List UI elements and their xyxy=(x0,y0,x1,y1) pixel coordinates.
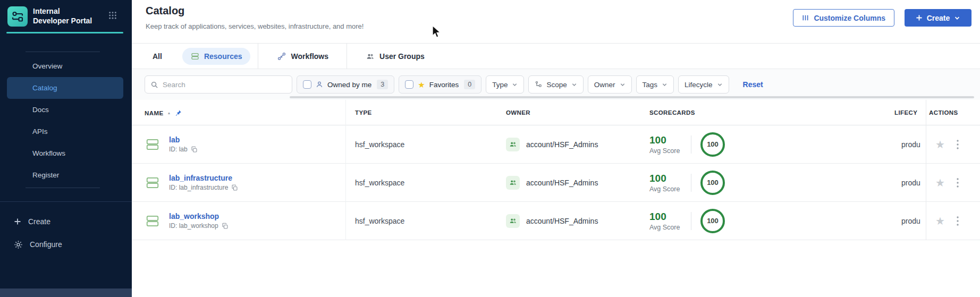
person-icon xyxy=(316,81,323,88)
lifecycle-value: produ xyxy=(901,125,925,163)
scorecard-ring[interactable]: 100 xyxy=(700,171,725,195)
copy-icon[interactable] xyxy=(222,223,229,230)
pin-icon[interactable] xyxy=(175,109,182,116)
resource-type: hsf_workspace xyxy=(355,164,404,201)
row-menu-icon[interactable] xyxy=(957,202,959,240)
sidebar-accent-bar xyxy=(6,32,123,33)
resource-name-link[interactable]: lab xyxy=(169,135,198,144)
horizontal-scrollbar[interactable] xyxy=(290,96,974,98)
column-header-type[interactable]: TYPE xyxy=(355,109,372,116)
column-header-lifecycle[interactable]: LIFECY xyxy=(894,109,921,116)
sidebar-header: Internal Developer Portal xyxy=(0,0,132,33)
chevron-down-icon xyxy=(512,82,518,88)
tab-divider xyxy=(258,44,258,69)
resource-id: ID: lab_workshop xyxy=(169,222,218,230)
tab-workflows[interactable]: Workflows xyxy=(277,52,328,61)
tags-filter-dropdown[interactable]: Tags xyxy=(636,75,674,94)
resource-name-link[interactable]: lab_workshop xyxy=(169,212,229,220)
tab-resources[interactable]: Resources xyxy=(182,48,251,65)
sidebar-divider xyxy=(0,201,132,202)
sort-asc-icon[interactable]: ▲ xyxy=(167,111,171,115)
owner-group-icon xyxy=(506,138,520,151)
favorites-count: 0 xyxy=(464,80,475,89)
lifecycle-filter-label: Lifecycle xyxy=(685,81,713,89)
scorecard-ring-value: 100 xyxy=(707,217,719,225)
copy-icon[interactable] xyxy=(191,146,198,153)
tab-user-groups[interactable]: User Groups xyxy=(366,52,425,61)
resource-type: hsf_workspace xyxy=(355,202,404,240)
app-window: Internal Developer Portal Overview Catal… xyxy=(0,0,980,297)
sidebar-item-workflows[interactable]: Workflows xyxy=(0,142,132,164)
sidebar-item-register[interactable]: Register xyxy=(0,164,132,186)
owned-by-me-filter[interactable]: Owned by me 3 xyxy=(297,75,394,94)
column-header-name[interactable]: NAME ▲ xyxy=(145,109,182,116)
tab-all[interactable]: All xyxy=(153,52,162,61)
scope-filter-dropdown[interactable]: Scope xyxy=(528,75,583,94)
resource-type-icon xyxy=(146,176,159,192)
column-divider xyxy=(345,100,346,240)
chevron-down-icon xyxy=(662,82,668,88)
table-header-row: NAME ▲ TYPE OWNER SCORECARDS LIFECY ACTI… xyxy=(132,100,980,125)
scorecard-ring[interactable]: 100 xyxy=(700,132,725,157)
avg-score-value: 100 xyxy=(649,134,682,146)
favorites-filter[interactable]: ★ Favorites 0 xyxy=(399,75,481,94)
resource-type-icon xyxy=(146,214,159,230)
scope-filter-label: Scope xyxy=(546,81,567,89)
sidebar-nav: Overview Catalog Docs APIs Workflows Reg… xyxy=(0,55,132,186)
sidebar-item-catalog[interactable]: Catalog xyxy=(7,77,123,99)
table-row[interactable]: lab ID: lab hsf_workspace account/HSF_Ad… xyxy=(132,125,980,164)
page-header: Catalog Keep track of applications, serv… xyxy=(132,0,980,44)
owner-name: account/HSF_Admins xyxy=(526,140,598,149)
row-menu-icon[interactable] xyxy=(957,125,959,163)
workflow-icon xyxy=(277,52,286,61)
sidebar: Internal Developer Portal Overview Catal… xyxy=(0,0,132,297)
app-switcher-grid-icon[interactable] xyxy=(108,11,117,22)
sidebar-divider xyxy=(26,188,100,188)
chevron-down-icon xyxy=(571,82,577,88)
gear-icon xyxy=(14,240,23,249)
favorite-star-icon[interactable]: ★ xyxy=(935,164,945,201)
reset-filters-link[interactable]: Reset xyxy=(743,80,763,89)
owned-by-me-checkbox[interactable] xyxy=(303,80,311,89)
main-content: Catalog Keep track of applications, serv… xyxy=(132,0,980,297)
score-divider xyxy=(691,135,691,154)
table-row[interactable]: lab_infrastructure ID: lab_infrastructur… xyxy=(132,164,980,202)
scorecard-ring[interactable]: 100 xyxy=(700,209,725,233)
search-input[interactable] xyxy=(163,81,286,89)
avg-score-value: 100 xyxy=(649,173,682,184)
lifecycle-value: produ xyxy=(901,202,925,240)
chevron-down-icon xyxy=(620,82,626,88)
sidebar-create-button[interactable]: Create xyxy=(0,211,132,232)
score-divider xyxy=(691,174,691,192)
copy-icon[interactable] xyxy=(231,184,238,191)
sidebar-configure-button[interactable]: Configure xyxy=(0,234,132,254)
tab-user-groups-label: User Groups xyxy=(379,52,425,61)
table-row[interactable]: lab_workshop ID: lab_workshop hsf_worksp… xyxy=(132,202,980,240)
create-button-label: Create xyxy=(927,14,950,22)
owner-filter-dropdown[interactable]: Owner xyxy=(588,75,632,94)
sidebar-item-apis[interactable]: APIs xyxy=(0,121,132,142)
column-header-owner[interactable]: OWNER xyxy=(506,109,530,116)
type-filter-label: Type xyxy=(492,81,508,89)
favorite-star-icon[interactable]: ★ xyxy=(935,125,945,163)
tab-all-label: All xyxy=(153,52,162,61)
tab-divider xyxy=(347,44,347,69)
hierarchy-icon xyxy=(535,81,542,88)
favorite-star-icon[interactable]: ★ xyxy=(935,202,945,240)
customize-columns-label: Customize Columns xyxy=(814,14,885,22)
favorites-checkbox[interactable] xyxy=(405,80,413,89)
owner-name: account/HSF_Admins xyxy=(526,217,598,225)
create-button[interactable]: Create xyxy=(905,9,971,27)
people-icon xyxy=(366,52,375,61)
lifecycle-filter-dropdown[interactable]: Lifecycle xyxy=(678,75,729,94)
row-menu-icon[interactable] xyxy=(957,164,959,201)
column-header-scorecards[interactable]: SCORECARDS xyxy=(649,109,695,116)
app-logo-icon xyxy=(7,6,28,27)
sidebar-item-overview[interactable]: Overview xyxy=(0,55,132,77)
customize-columns-button[interactable]: Customize Columns xyxy=(793,9,894,27)
sidebar-item-docs[interactable]: Docs xyxy=(0,99,132,121)
owned-by-me-count: 3 xyxy=(377,80,388,89)
resource-name-link[interactable]: lab_infrastructure xyxy=(169,174,238,182)
type-filter-dropdown[interactable]: Type xyxy=(486,75,524,94)
resource-type-icon xyxy=(146,138,159,154)
